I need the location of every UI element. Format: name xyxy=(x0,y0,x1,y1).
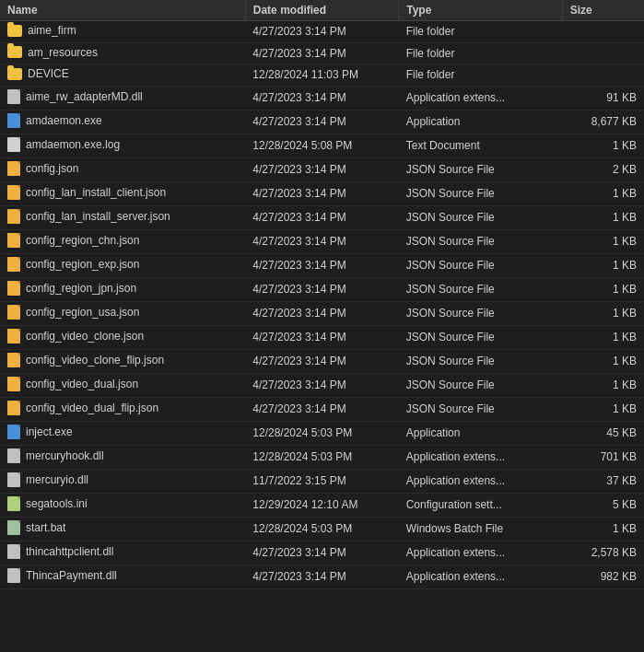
table-row[interactable]: amdaemon.exe4/27/2023 3:14 PMApplication… xyxy=(0,110,644,134)
file-size-cell: 8,677 KB xyxy=(562,110,644,134)
file-name-cell: thincahttpclient.dll xyxy=(0,541,245,565)
table-row[interactable]: start.bat12/28/2024 5:03 PMWindows Batch… xyxy=(0,517,644,541)
file-date-cell: 4/27/2023 3:14 PM xyxy=(245,565,398,588)
file-date-cell: 4/27/2023 3:14 PM xyxy=(245,541,398,565)
file-size-cell: 2 KB xyxy=(562,157,644,181)
json-icon xyxy=(7,185,20,200)
ini-icon xyxy=(7,496,20,511)
log-icon xyxy=(7,137,20,152)
dll-icon xyxy=(7,472,20,487)
col-header-date[interactable]: Date modified xyxy=(245,0,398,21)
table-row[interactable]: config_region_chn.json4/27/2023 3:14 PMJ… xyxy=(0,229,644,253)
table-row[interactable]: aime_firm4/27/2023 3:14 PMFile folder xyxy=(0,21,644,43)
table-row[interactable]: config_video_clone.json4/27/2023 3:14 PM… xyxy=(0,325,644,349)
table-row[interactable]: ThincaPayment.dll4/27/2023 3:14 PMApplic… xyxy=(0,565,644,588)
file-type-cell: Configuration sett... xyxy=(399,493,563,517)
file-type-cell: JSON Source File xyxy=(399,229,563,253)
file-name-cell: config_video_clone.json xyxy=(0,325,245,349)
file-icon-wrapper: thincahttpclient.dll xyxy=(7,544,113,559)
table-row[interactable]: mercuryio.dll11/7/2022 3:15 PMApplicatio… xyxy=(0,469,644,493)
table-row[interactable]: thincahttpclient.dll4/27/2023 3:14 PMApp… xyxy=(0,541,644,565)
table-row[interactable]: config.json4/27/2023 3:14 PMJSON Source … xyxy=(0,157,644,181)
file-size-cell: 1 KB xyxy=(562,181,644,205)
file-type-cell: Application extens... xyxy=(399,86,563,110)
file-name-cell: amdaemon.exe xyxy=(0,110,245,134)
file-icon-wrapper: config_video_dual.json xyxy=(7,377,138,391)
file-type-cell: Application extens... xyxy=(399,445,563,469)
file-name-text: am_resources xyxy=(28,46,98,59)
file-name-cell: config_lan_install_server.json xyxy=(0,205,245,229)
file-date-cell: 4/27/2023 3:14 PM xyxy=(245,397,398,421)
file-icon-wrapper: config_lan_install_server.json xyxy=(7,209,170,224)
table-row[interactable]: config_video_dual.json4/27/2023 3:14 PMJ… xyxy=(0,373,644,397)
file-name-text: config_region_usa.json xyxy=(26,306,139,319)
file-type-cell: Windows Batch File xyxy=(399,517,563,541)
table-row[interactable]: amdaemon.exe.log12/28/2024 5:08 PMText D… xyxy=(0,134,644,157)
file-name-text: mercuryio.dll xyxy=(26,473,88,486)
table-row[interactable]: config_video_clone_flip.json4/27/2023 3:… xyxy=(0,349,644,373)
json-icon xyxy=(7,161,20,176)
col-header-type[interactable]: Type xyxy=(399,0,563,21)
file-icon-wrapper: config_video_clone.json xyxy=(7,329,144,343)
json-icon xyxy=(7,377,20,391)
file-type-cell: JSON Source File xyxy=(399,373,563,397)
file-icon-wrapper: config_video_clone_flip.json xyxy=(7,353,164,367)
file-name-cell: config_video_dual.json xyxy=(0,373,245,397)
table-row[interactable]: aime_rw_adapterMD.dll4/27/2023 3:14 PMAp… xyxy=(0,86,644,110)
file-date-cell: 12/28/2024 5:03 PM xyxy=(245,517,398,541)
file-date-cell: 4/27/2023 3:14 PM xyxy=(245,325,398,349)
file-date-cell: 12/28/2024 11:03 PM xyxy=(245,64,398,87)
file-size-cell: 1 KB xyxy=(562,301,644,325)
file-type-cell: JSON Source File xyxy=(399,157,563,181)
file-name-cell: mercuryhook.dll xyxy=(0,445,245,469)
table-row[interactable]: config_lan_install_server.json4/27/2023 … xyxy=(0,205,644,229)
table-row[interactable]: DEVICE12/28/2024 11:03 PMFile folder xyxy=(0,64,644,87)
file-name-cell: ThincaPayment.dll xyxy=(0,565,245,588)
file-name-text: ThincaPayment.dll xyxy=(26,569,117,582)
file-date-cell: 4/27/2023 3:14 PM xyxy=(245,205,398,229)
bat-icon xyxy=(7,520,20,535)
file-name-text: amdaemon.exe xyxy=(26,114,102,127)
file-type-cell: JSON Source File xyxy=(399,301,563,325)
json-icon xyxy=(7,353,20,367)
file-size-cell: 1 KB xyxy=(562,349,644,373)
file-icon-wrapper: config_region_jpn.json xyxy=(7,281,136,296)
table-row[interactable]: mercuryhook.dll12/28/2024 5:03 PMApplica… xyxy=(0,445,644,469)
file-type-cell: Application xyxy=(399,421,563,445)
col-header-size[interactable]: Size xyxy=(562,0,644,21)
col-header-name[interactable]: Name xyxy=(0,0,245,21)
file-name-text: config_region_jpn.json xyxy=(26,282,136,295)
file-size-cell: 1 KB xyxy=(562,277,644,301)
file-type-cell: File folder xyxy=(399,64,563,87)
table-row[interactable]: config_region_usa.json4/27/2023 3:14 PMJ… xyxy=(0,301,644,325)
file-size-cell: 2,578 KB xyxy=(562,541,644,565)
table-row[interactable]: config_lan_install_client.json4/27/2023 … xyxy=(0,181,644,205)
file-icon-wrapper: config_region_chn.json xyxy=(7,233,139,248)
file-name-text: config.json xyxy=(26,162,78,175)
file-name-text: inject.exe xyxy=(26,425,73,438)
table-row[interactable]: config_region_jpn.json4/27/2023 3:14 PMJ… xyxy=(0,277,644,301)
table-row[interactable]: config_video_dual_flip.json4/27/2023 3:1… xyxy=(0,397,644,421)
file-date-cell: 12/28/2024 5:08 PM xyxy=(245,134,398,157)
folder-icon xyxy=(7,68,22,80)
file-name-cell: DEVICE xyxy=(0,64,245,87)
file-date-cell: 4/27/2023 3:14 PM xyxy=(245,86,398,110)
json-icon xyxy=(7,281,20,296)
file-size-cell: 1 KB xyxy=(562,229,644,253)
exe-icon xyxy=(7,425,20,439)
table-row[interactable]: segatools.ini12/29/2024 12:10 AMConfigur… xyxy=(0,493,644,517)
file-name-text: amdaemon.exe.log xyxy=(26,138,120,151)
json-icon xyxy=(7,209,20,224)
json-icon xyxy=(7,329,20,343)
table-row[interactable]: am_resources4/27/2023 3:14 PMFile folder xyxy=(0,42,644,64)
file-name-text: mercuryhook.dll xyxy=(26,449,104,462)
table-row[interactable]: inject.exe12/28/2024 5:03 PMApplication4… xyxy=(0,421,644,445)
file-size-cell xyxy=(562,64,644,87)
file-name-text: config_video_dual.json xyxy=(26,378,138,390)
file-icon-wrapper: am_resources xyxy=(7,46,98,59)
table-row[interactable]: config_region_exp.json4/27/2023 3:14 PMJ… xyxy=(0,253,644,277)
file-size-cell: 5 KB xyxy=(562,493,644,517)
file-name-cell: inject.exe xyxy=(0,421,245,445)
file-icon-wrapper: config_lan_install_client.json xyxy=(7,185,166,200)
file-size-cell: 1 KB xyxy=(562,517,644,541)
